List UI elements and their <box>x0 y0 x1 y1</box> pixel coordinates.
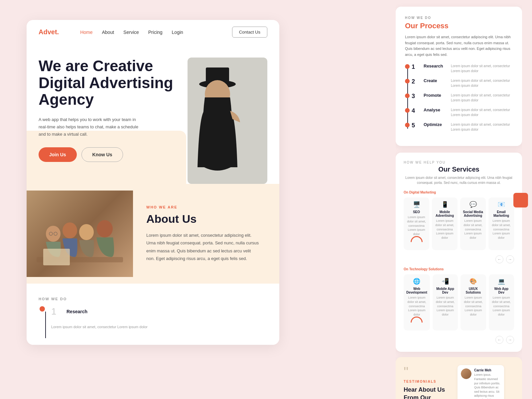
tech-prev-arrow[interactable]: ← <box>495 336 503 344</box>
step-name-3: Promote <box>424 93 447 98</box>
testimonials-left: " TESTIMONIALS Hear About Us From Our Cl… <box>404 365 452 399</box>
social-desc: Lorem ipsum dolor sit amet, connsectma L… <box>463 219 483 240</box>
nav-service[interactable]: Service <box>123 30 139 35</box>
process-section-bottom: HOW WE DO 1 Research Lorem ipsum dolor s… <box>27 284 279 345</box>
step-dot-2 <box>405 79 410 83</box>
right-panel: HOW WE DO Our Process Lorem ipsum dolor … <box>396 0 522 399</box>
testimonials-cards: Carrie Meh Lorem ipsus. Fantastic stunne… <box>458 365 504 399</box>
about-section: WHO WE ARE About Us Lorem ipsum dolor si… <box>27 184 279 284</box>
rp-digital-grid: 🖥️ SEO Lorem ipsum dolor sit amet, conns… <box>404 198 514 250</box>
step-num-3: 3 <box>412 93 420 100</box>
client-text-1: Lorem ipsus. Fantastic stunned pur infin… <box>474 373 501 399</box>
email-icon: 📧 <box>491 201 511 208</box>
seo-desc: Lorem ipsum dolor sit amet, connsectma L… <box>406 215 427 236</box>
next-arrow[interactable]: → <box>506 255 514 263</box>
rp-digital-label: On Digital Marketing <box>404 191 514 194</box>
rp-process-desc: Lorem ipsum dolor sit amet, consectetur … <box>405 34 513 58</box>
seo-name: SEO <box>406 210 427 214</box>
rp-step-optimize: 5 Optimize Lorem ipsum dolor sit amet, c… <box>412 122 513 132</box>
rp-step-create: 2 Create Lorem ipsum dolor sit amet, con… <box>412 78 513 88</box>
step-name-5: Optimize <box>424 122 447 127</box>
decorative-square <box>513 193 528 207</box>
rp-step-research: 1 Research Lorem ipsum dolor sit amet, c… <box>412 64 513 73</box>
avatar-1 <box>461 368 471 379</box>
email-desc: Lorem ipsum dolor sit amet, connsectma L… <box>491 219 511 240</box>
nav-login[interactable]: Login <box>172 30 183 35</box>
rp-services-section: HOW WE HELP YOU Our Services Lorem ipsum… <box>396 153 522 352</box>
testimonial-card-1: Carrie Meh Lorem ipsus. Fantastic stunne… <box>458 365 504 399</box>
tech-next-arrow[interactable]: → <box>506 336 514 344</box>
testimonial-content-1: Carrie Meh Lorem ipsus. Fantastic stunne… <box>474 368 501 399</box>
rp-process-title: Our Process <box>405 22 513 30</box>
step-dot-4 <box>405 108 410 113</box>
rp-tech-grid: 🌐 Web Development Lorem ipsum dolor sit … <box>404 274 514 331</box>
hero-section: We are Creative Digital Advertising Agen… <box>27 44 279 184</box>
prev-arrow[interactable]: ← <box>495 255 503 263</box>
rp-services-title: Our Services <box>404 166 514 173</box>
svg-point-7 <box>97 220 113 237</box>
step-desc-3: Lorem ipsum dolor sit amet, consectetur … <box>451 93 513 103</box>
uiux-name: UI/UX Solutions <box>463 287 483 294</box>
mobileapp-desc: Lorem ipsum dolor sit amet, connsectma L… <box>435 296 455 317</box>
webdev-desc: Lorem ipsum dolor sit amet, connsectma L… <box>406 296 427 317</box>
nav-about[interactable]: About <box>102 30 114 35</box>
rp-step-analyse: 4 Analyse Lorem ipsum dolor sit amet, co… <box>412 107 513 117</box>
step-name-4: Analyse <box>424 107 447 112</box>
hero-person <box>174 58 261 184</box>
hero-content: We are Creative Digital Advertising Agen… <box>39 58 174 184</box>
webdev-icon: 🌐 <box>406 278 427 285</box>
know-us-button[interactable]: Know Us <box>81 147 123 162</box>
step-num-2: 2 <box>412 78 420 85</box>
process-dot-1 <box>40 306 45 312</box>
join-us-button[interactable]: Join Us <box>39 147 77 162</box>
mobile-adv-name: Mobile Advertising <box>435 210 455 217</box>
about-description: Lorem ipsum dolor sit amet, consectetur … <box>146 231 259 263</box>
mobile-adv-desc: Lorem ipsum dolor sit amet, connsectma L… <box>435 219 455 240</box>
person-illustration <box>181 61 254 184</box>
nav-home[interactable]: Home <box>80 30 92 35</box>
service-seo: 🖥️ SEO Lorem ipsum dolor sit amet, conns… <box>404 198 429 250</box>
svg-point-5 <box>63 222 77 238</box>
mobileapp-name: Mobile App Dev <box>435 287 455 294</box>
left-panel: Advet. Home About Service Pricing Login … <box>27 20 279 345</box>
step-desc-2: Lorem ipsum dolor sit amet, consectetur … <box>451 78 513 88</box>
social-icon: 💬 <box>463 201 483 208</box>
step-desc-4: Lorem ipsum dolor sit amet, consectetur … <box>451 107 513 117</box>
process-number: 1 <box>51 306 61 317</box>
who-we-are-label: WHO WE ARE <box>146 205 266 209</box>
step-dot-1 <box>405 64 410 69</box>
hero-image-area <box>174 58 267 184</box>
process-vertical-line <box>45 312 46 338</box>
testimonials-label: TESTIMONIALS <box>404 380 452 383</box>
seo-chart <box>411 236 423 245</box>
step-name-1: Research <box>424 64 447 68</box>
tech-nav: ← → <box>404 336 514 344</box>
quote-mark: " <box>404 365 452 378</box>
digital-nav: ← → <box>404 255 514 263</box>
nav-pricing[interactable]: Pricing <box>148 30 163 35</box>
avatar-img-1 <box>461 368 471 379</box>
rp-testimonials-section: " TESTIMONIALS Hear About Us From Our Cl… <box>396 357 522 399</box>
nav-contact-button[interactable]: Contact Us <box>232 27 267 38</box>
seo-icon: 🖥️ <box>406 201 427 208</box>
service-webapp: 💻 Web App Dev Lorem ipsum dolor sit amet… <box>489 274 514 331</box>
webapp-desc: Lorem ipsum dolor sit amet, connsectma L… <box>491 296 511 317</box>
service-email: 📧 Email Marketing Lorem ipsum dolor sit … <box>488 198 514 250</box>
rp-how-label: HOW WE DO <box>405 16 513 20</box>
mobile-adv-icon: 📱 <box>435 201 455 208</box>
logo-text: Advet <box>39 28 57 36</box>
rp-process-section: HOW WE DO Our Process Lorem ipsum dolor … <box>396 7 522 146</box>
svg-rect-8 <box>43 249 70 265</box>
client-name-1: Carrie Meh <box>474 368 501 372</box>
nav-links: Home About Service Pricing Login <box>80 30 183 35</box>
svg-point-6 <box>79 224 94 240</box>
process-step-name: Research <box>66 309 93 314</box>
process-step-desc: Lorem ipsum dolor sit amet, consectetur … <box>51 324 148 330</box>
social-name: Social Media Advertising <box>463 210 483 217</box>
service-social: 💬 Social Media Advertising Lorem ipsum d… <box>460 198 486 250</box>
about-title: About Us <box>146 212 266 225</box>
team-illustration <box>30 191 130 277</box>
rp-process-list: 1 Research Lorem ipsum dolor sit amet, c… <box>405 64 513 132</box>
step-desc-5: Lorem ipsum dolor sit amet, consectetur … <box>451 122 513 132</box>
hero-description: A web app that helps you to work with yo… <box>39 116 145 138</box>
